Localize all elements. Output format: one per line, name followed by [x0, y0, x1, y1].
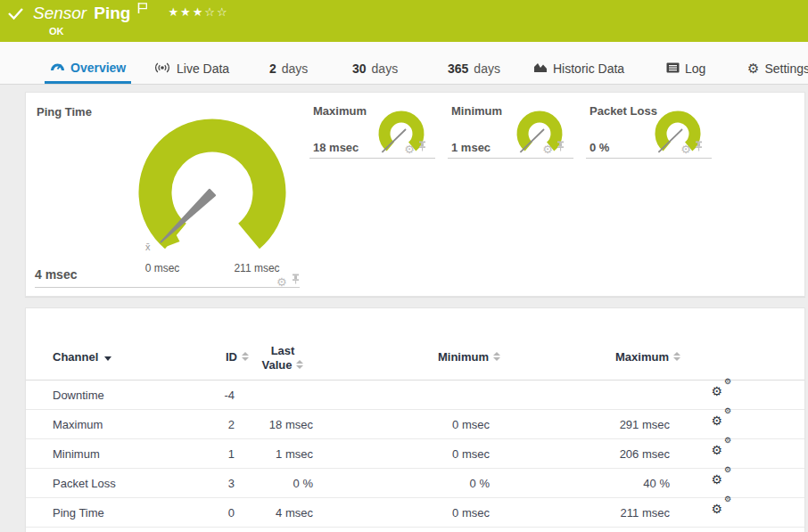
- stars-filled[interactable]: ★★★: [168, 5, 204, 19]
- tab-365-days[interactable]: 365 days: [442, 53, 506, 84]
- mini-gauge-packet-loss: Packet Loss 0 % ⚙: [586, 102, 712, 159]
- channel-name: Minimum: [53, 447, 100, 461]
- tab-2-days[interactable]: 2 days: [264, 53, 313, 84]
- column-header-channel[interactable]: Channel: [53, 350, 111, 364]
- channel-maximum: 40 %: [581, 477, 670, 490]
- mini-tile-icons: ⚙: [404, 139, 426, 155]
- gauge-scale-min: 0 msec: [127, 262, 198, 274]
- header-label: Channel: [53, 350, 98, 364]
- mini-tile-icons: ⚙: [542, 139, 565, 155]
- tab-log[interactable]: Log: [661, 53, 711, 84]
- area-chart-icon: [533, 61, 548, 76]
- mini-gauge-minimum: Minimum 1 msec ⚙: [448, 102, 573, 159]
- tab-label: Live Data: [177, 61, 229, 76]
- channel-id: -4: [163, 389, 235, 402]
- sort-arrows-icon: [296, 360, 303, 369]
- channel-last-value: 0 %: [233, 477, 313, 490]
- mini-gauge-value: 1 msec: [451, 141, 491, 154]
- table-row: Downtime -4 ⚙⚙: [26, 381, 804, 410]
- column-header-minimum[interactable]: Minimum: [390, 350, 500, 364]
- table-row: Maximum 2 18 msec 0 msec 291 msec ⚙⚙: [26, 410, 804, 439]
- pin-icon[interactable]: [557, 139, 565, 155]
- sort-arrows-icon: [673, 352, 680, 361]
- primary-gauge-title: Ping Time: [37, 105, 92, 119]
- channel-maximum: 206 msec: [581, 447, 670, 461]
- gear-icon[interactable]: ⚙: [404, 143, 415, 155]
- table-row: Ping Time 0 4 msec 0 msec 211 msec ⚙⚙: [26, 498, 804, 528]
- tab-live-data[interactable]: Live Data: [148, 53, 235, 84]
- header-label: Last: [271, 344, 295, 357]
- channel-name: Downtime: [53, 389, 104, 402]
- stars-empty[interactable]: ☆☆: [204, 5, 228, 19]
- gear-icon[interactable]: ⚙: [542, 143, 553, 155]
- tile-divider: [586, 158, 712, 159]
- table-row: Packet Loss 3 0 % 0 % 40 % ⚙⚙: [26, 469, 804, 498]
- header-label: Value: [262, 358, 293, 372]
- mini-gauge-value: 18 msec: [313, 141, 359, 154]
- channel-last-value: 18 msec: [233, 418, 313, 431]
- channel-last-value: 1 msec: [233, 447, 313, 461]
- channel-minimum: 0 %: [400, 477, 490, 490]
- tab-settings[interactable]: ⚙ Settings: [742, 53, 808, 84]
- primary-tile-icons: ⚙: [276, 272, 300, 288]
- channel-settings-button[interactable]: ⚙⚙: [723, 474, 743, 493]
- log-list-icon: [666, 61, 680, 76]
- column-header-last-value[interactable]: LastValue: [240, 344, 326, 372]
- tab-label: days: [474, 61, 500, 76]
- pin-icon[interactable]: [418, 139, 426, 155]
- column-header-id[interactable]: ID: [163, 350, 249, 364]
- channel-name: Packet Loss: [53, 477, 116, 490]
- channel-minimum: 0 msec: [400, 447, 490, 461]
- tab-label: days: [282, 61, 309, 76]
- tile-divider: [35, 287, 300, 288]
- channel-last-value: 4 msec: [233, 506, 313, 520]
- sort-caret-icon: [104, 356, 111, 361]
- channel-settings-button[interactable]: ⚙⚙: [723, 386, 743, 405]
- channel-settings-button[interactable]: ⚙⚙: [723, 415, 743, 434]
- mini-gauge-title: Minimum: [451, 104, 502, 118]
- sensor-title: Sensor Ping ★★★☆☆: [33, 4, 229, 23]
- tab-overview[interactable]: Overview: [45, 53, 131, 84]
- priority-flag-icon[interactable]: [137, 2, 148, 18]
- gauges-panel: Ping Time x̄ 0 msec 211 msec 4 msec ⚙ Ma…: [25, 92, 805, 297]
- channel-id: 3: [163, 477, 235, 490]
- tab-label: Historic Data: [553, 61, 624, 76]
- gauge-icon: [50, 61, 65, 75]
- channel-maximum: 211 msec: [581, 506, 670, 520]
- tile-divider: [309, 158, 435, 159]
- tile-divider: [448, 158, 573, 159]
- tab-30-days[interactable]: 30 days: [347, 53, 403, 84]
- sensor-type-label: Sensor: [33, 4, 87, 23]
- channel-minimum: 0 msec: [400, 506, 490, 520]
- header-label: Minimum: [438, 350, 489, 364]
- sort-arrows-icon: [493, 352, 500, 361]
- mini-gauge-maximum: Maximum 18 msec ⚙: [309, 102, 435, 159]
- channel-id: 2: [163, 418, 235, 431]
- gear-icon[interactable]: ⚙: [276, 276, 287, 288]
- channel-settings-button[interactable]: ⚙⚙: [723, 445, 743, 463]
- mini-tile-icons: ⚙: [680, 139, 703, 155]
- pin-icon[interactable]: [695, 139, 703, 155]
- column-header-maximum[interactable]: Maximum: [570, 350, 680, 364]
- table-header-row: Channel ID LastValue Minimum Maximum: [26, 308, 804, 381]
- tab-historic-data[interactable]: Historic Data: [528, 53, 630, 84]
- gear-icon[interactable]: ⚙: [680, 143, 691, 155]
- mini-gauge-value: 0 %: [590, 141, 609, 154]
- channel-settings-button[interactable]: ⚙⚙: [723, 503, 743, 522]
- tab-label: Overview: [70, 61, 126, 75]
- channels-table-panel: Channel ID LastValue Minimum Maximum Dow…: [25, 307, 805, 532]
- gear-icon: ⚙: [747, 62, 759, 75]
- pin-icon[interactable]: [292, 272, 300, 288]
- status-check-icon: [8, 7, 24, 25]
- tab-label: Log: [685, 61, 705, 76]
- tab-number: 2: [269, 61, 276, 76]
- tab-label: days: [372, 61, 399, 76]
- sensor-header: Sensor Ping ★★★☆☆ OK: [0, 0, 808, 42]
- channel-name: Ping Time: [53, 506, 104, 520]
- channel-name: Maximum: [53, 418, 103, 431]
- live-broadcast-icon: [153, 61, 171, 77]
- gauge-average-marker: x̄: [145, 241, 151, 252]
- table-row: Minimum 1 1 msec 0 msec 206 msec ⚙⚙: [26, 439, 804, 469]
- status-badge: OK: [49, 26, 64, 37]
- priority-stars[interactable]: ★★★☆☆: [168, 5, 228, 19]
